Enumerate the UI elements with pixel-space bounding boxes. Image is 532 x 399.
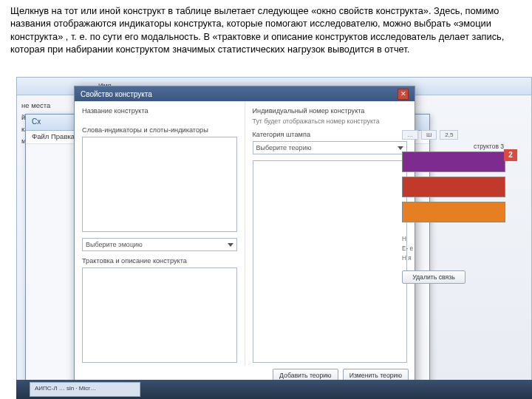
sidebar-item[interactable]: не места [21, 101, 79, 109]
emotion-select[interactable]: Выберите эмоцию [82, 238, 237, 251]
indicators-listbox[interactable] [82, 137, 237, 232]
radio-option[interactable]: Е- е [402, 245, 505, 252]
description-paragraph: Щелкнув на тот или иной конструкт в табл… [0, 0, 532, 58]
radio-option[interactable]: Н я [402, 255, 505, 262]
close-icon[interactable]: ✕ [398, 89, 409, 100]
construct-number-label: Индивидуальный номер конструкта [253, 107, 408, 115]
right-panel-tabs[interactable]: … Ш 2,5 [402, 130, 505, 140]
dialog-titlebar[interactable]: Свойство конструкта ✕ [75, 86, 415, 101]
tab-item[interactable]: Ш [421, 130, 437, 140]
right-panel-options: Н Е- е Н я [402, 236, 505, 262]
tab-item[interactable]: … [402, 130, 418, 140]
description-textarea[interactable] [82, 267, 237, 363]
emotion-select-value: Выберите эмоцию [86, 241, 143, 248]
color-swatch-red[interactable] [402, 177, 505, 197]
right-side-panel: … Ш 2,5 структов 3 Н Е- е Н я Удалить св… [402, 130, 505, 284]
theory-select-value: Выберите теорию [256, 144, 312, 151]
construct-number-note: Тут будет отображаться номер конструкта [253, 117, 408, 125]
right-panel-heading: структов 3 [402, 143, 505, 150]
chevron-down-icon [228, 243, 233, 247]
construct-properties-dialog: Свойство конструкта ✕ Название конструкт… [74, 86, 415, 399]
taskbar-item[interactable]: АИПС-Л … sln · Micr… [30, 382, 140, 397]
radio-option[interactable]: Н [402, 236, 505, 242]
color-swatch-orange[interactable] [402, 202, 505, 222]
construct-name-label: Название конструкта [82, 107, 237, 115]
dialog-left-column: Название конструкта Слова-индикаторы и с… [75, 101, 245, 366]
color-swatch-purple[interactable] [402, 151, 505, 172]
indicators-label: Слова-индикаторы и слоты-индикаторы [82, 126, 237, 134]
dialog-title-text: Свойство конструкта [81, 90, 152, 98]
taskbar[interactable]: АИПС-Л … sln · Micr… [16, 380, 532, 399]
count-badge: 2 [504, 149, 517, 161]
category-label: Категория штампа [253, 131, 408, 138]
theory-textarea[interactable] [253, 160, 408, 363]
description-label: Трактовка и описание конструкта [82, 257, 237, 265]
delete-link-button[interactable]: Удалить связь [402, 270, 466, 284]
theory-select[interactable]: Выберите теорию [253, 141, 408, 154]
tab-item[interactable]: 2,5 [440, 130, 458, 140]
dialog-right-column: Индивидуальный номер конструкта Тут буде… [245, 101, 415, 366]
